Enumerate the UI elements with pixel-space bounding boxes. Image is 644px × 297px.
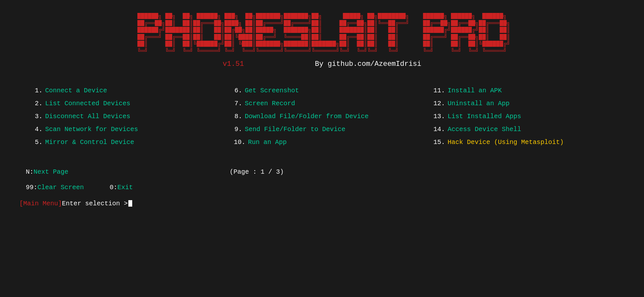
menu-column-2: 6. Get Screenshot 7. Screen Record 8. Do… xyxy=(225,84,425,149)
menu-item-10[interactable]: 10. Run an App xyxy=(225,136,425,149)
menu-number-4: 4. xyxy=(26,123,45,136)
clear-key: 99 xyxy=(26,180,34,195)
footer-exit[interactable]: 0 : Exit xyxy=(110,180,133,195)
menu-number-7: 7. xyxy=(225,97,245,110)
next-label: Next Page xyxy=(34,165,68,179)
next-key: N xyxy=(26,165,30,179)
menu-label-8: Download File/Folder from Device xyxy=(245,110,369,123)
menu-label-10: Run an App xyxy=(248,136,287,149)
menu-number-5: 5. xyxy=(26,136,45,149)
menu-item-11[interactable]: 11. Install an APK xyxy=(425,84,625,97)
exit-key: 0 xyxy=(110,180,114,195)
menu-item-13[interactable]: 13. List Installed Apps xyxy=(425,110,625,123)
menu-section: 1. Connect a Device 2. List Connected De… xyxy=(19,84,625,149)
footer-section: N : Next Page (Page : 1 / 3) 99 : Clear … xyxy=(19,165,625,195)
footer-clear[interactable]: 99 : Clear Screen xyxy=(26,180,84,195)
prompt-menu-label: [Main Menu] xyxy=(19,200,62,207)
version-line: v1.51 By github.com/AzeemIdrisi xyxy=(19,60,625,68)
menu-item-7[interactable]: 7. Screen Record xyxy=(225,97,425,110)
menu-number-2: 2. xyxy=(26,97,45,110)
app-title: ██████╗ ██╗ ██╗ ██████╗ ███╗ ██╗███████╗… xyxy=(134,13,510,55)
menu-label-5: Mirror & Control Device xyxy=(45,136,134,149)
menu-item-6[interactable]: 6. Get Screenshot xyxy=(225,84,425,97)
menu-label-1: Connect a Device xyxy=(45,84,107,97)
menu-number-13: 13. xyxy=(425,110,448,123)
menu-label-9: Send File/Folder to Device xyxy=(245,123,345,136)
prompt-cursor[interactable] xyxy=(128,200,132,207)
version-text: v1.51 xyxy=(223,60,244,68)
menu-item-8[interactable]: 8. Download File/Folder from Device xyxy=(225,110,425,123)
menu-item-4[interactable]: 4. Scan Network for Devices xyxy=(26,123,225,136)
prompt-text: Enter selection > xyxy=(62,200,128,207)
menu-number-6: 6. xyxy=(225,84,245,97)
menu-column-1: 1. Connect a Device 2. List Connected De… xyxy=(26,84,225,149)
menu-number-14: 14. xyxy=(425,123,448,136)
menu-label-4: Scan Network for Devices xyxy=(45,123,138,136)
exit-label: Exit xyxy=(117,180,133,195)
menu-column-3: 11. Install an APK 12. Uninstall an App … xyxy=(425,84,625,149)
menu-number-9: 9. xyxy=(225,123,245,136)
menu-label-11: Install an APK xyxy=(448,84,502,97)
footer-next[interactable]: N : Next Page xyxy=(26,165,68,179)
menu-number-15: 15. xyxy=(425,136,448,149)
menu-item-14[interactable]: 14. Access Device Shell xyxy=(425,123,625,136)
header-section: ██████╗ ██╗ ██╗ ██████╗ ███╗ ██╗███████╗… xyxy=(19,13,625,68)
menu-label-3: Disconnect All Devices xyxy=(45,110,130,123)
prompt-line: [Main Menu] Enter selection > xyxy=(19,200,625,207)
clear-separator: : xyxy=(34,180,37,195)
page-info: (Page : 1 / 3) xyxy=(230,165,284,179)
menu-item-12[interactable]: 12. Uninstall an App xyxy=(425,97,625,110)
menu-item-5[interactable]: 5. Mirror & Control Device xyxy=(26,136,225,149)
menu-number-12: 12. xyxy=(425,97,448,110)
menu-label-7: Screen Record xyxy=(245,97,295,110)
menu-label-14: Access Device Shell xyxy=(448,123,521,136)
footer-bottom-row: 99 : Clear Screen 0 : Exit xyxy=(26,180,625,195)
menu-number-1: 1. xyxy=(26,84,45,97)
footer-next-row: N : Next Page (Page : 1 / 3) xyxy=(26,165,625,179)
menu-item-2[interactable]: 2. List Connected Devices xyxy=(26,97,225,110)
menu-label-2: List Connected Devices xyxy=(45,97,130,110)
menu-label-15: Hack Device (Using Metasploit) xyxy=(448,136,564,149)
menu-label-13: List Installed Apps xyxy=(448,110,521,123)
menu-item-1[interactable]: 1. Connect a Device xyxy=(26,84,225,97)
clear-label: Clear Screen xyxy=(37,180,84,195)
menu-label-12: Uninstall an App xyxy=(448,97,510,110)
next-separator: : xyxy=(30,165,34,179)
menu-item-9[interactable]: 9. Send File/Folder to Device xyxy=(225,123,425,136)
menu-number-10: 10. xyxy=(225,136,248,149)
menu-number-3: 3. xyxy=(26,110,45,123)
menu-number-8: 8. xyxy=(225,110,245,123)
title-art: ██████╗ ██╗ ██╗ ██████╗ ███╗ ██╗███████╗… xyxy=(134,13,510,55)
author-text: By github.com/AzeemIdrisi xyxy=(315,60,421,68)
menu-label-6: Get Screenshot xyxy=(245,84,299,97)
menu-number-11: 11. xyxy=(425,84,448,97)
menu-item-15[interactable]: 15. Hack Device (Using Metasploit) xyxy=(425,136,625,149)
menu-item-3[interactable]: 3. Disconnect All Devices xyxy=(26,110,225,123)
exit-separator: : xyxy=(114,180,117,195)
